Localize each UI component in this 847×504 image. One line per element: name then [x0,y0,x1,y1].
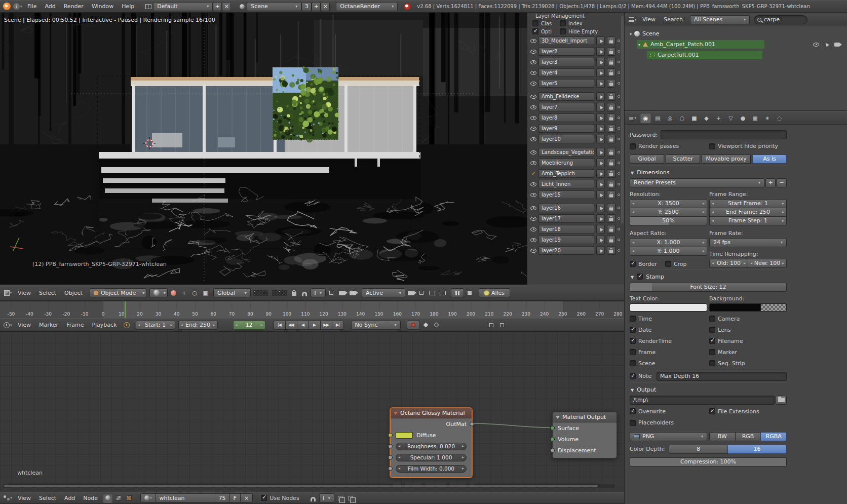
layer-name[interactable]: Landscape_Vegetation [538,148,594,157]
layer-row-layer10[interactable]: layer10 [530,135,620,143]
frame-step-field[interactable]: Frame Step: 1 [709,216,787,225]
sync-playback-icon[interactable] [487,320,496,330]
properties-tab-scene[interactable]: ◎ [665,113,675,123]
stamp-note-field[interactable]: Max Depth 16 [657,372,787,381]
layer-row-3d-modell-import[interactable]: 3D_Modell_Import [530,36,620,45]
layer-select-toggle[interactable] [596,148,605,157]
outliner-row-object[interactable]: Amb_Carpet_Patch.001 [625,39,847,50]
selected-data-row[interactable]: CarpetTuft.001 [647,51,762,59]
resolution-x-field[interactable]: X: 3500 [630,199,707,208]
layer-row-layer3[interactable]: layer3 [530,58,620,66]
add-scene-button[interactable]: + [312,2,321,11]
volume-socket[interactable] [550,437,555,442]
layer-visibility-eye-icon[interactable] [530,161,536,165]
scene-dropdown[interactable]: Scene [247,2,301,11]
layer-visibility-eye-icon[interactable] [530,95,536,99]
film-width-socket[interactable] [388,467,393,471]
layer-visibility-eye-icon[interactable] [530,39,536,43]
layer-row-layer17[interactable]: layer17 [530,214,620,223]
start-frame-prop-field[interactable]: Start Frame: 1 [709,199,787,208]
end-frame-field[interactable]: End: 250 [178,321,218,330]
layer-name[interactable]: Licht_Innen [538,180,594,188]
layer-visibility-eye-icon[interactable] [530,150,536,154]
add-screen-layout-button[interactable]: + [213,2,222,11]
layer-lock-toggle[interactable] [607,169,615,178]
menu-view[interactable]: View [14,322,35,328]
octane-camera-icon[interactable] [406,288,416,298]
layer-visibility-eye-icon[interactable] [530,105,536,109]
layer-row-layer15[interactable]: layer15 [530,190,620,199]
layer-row-layer18[interactable]: layer18 [530,225,620,234]
checkbox-box[interactable] [630,408,636,414]
layer-row-layer20[interactable]: layer20 [530,246,620,255]
composite-nodes-tab-icon[interactable] [113,493,123,503]
shader-nodes-tab-icon[interactable] [103,493,112,503]
menu-object[interactable]: Object [60,290,87,296]
layer-row-layer5[interactable]: layer5 [530,79,620,88]
layer-select-toggle[interactable] [596,236,605,244]
layer-name[interactable]: layer3 [538,58,594,66]
layer-name[interactable]: layer4 [538,68,594,77]
current-frame-field[interactable]: 12 [233,321,265,330]
layer-render-dot[interactable] [618,172,620,175]
copy-nodes-icon[interactable] [335,493,345,503]
layer-select-toggle[interactable] [596,68,605,77]
render-passes-checkbox[interactable]: Render passes [630,143,679,149]
opti-checkbox[interactable]: Opti [532,28,552,34]
octane-stop-icon[interactable] [465,288,475,298]
properties-tab-world[interactable]: ○ [677,113,687,123]
stamp-checkbox-time[interactable]: Time [630,316,707,322]
layer-panel-title[interactable]: Layer Management [535,13,620,19]
jump-to-end-button[interactable]: ▶| [332,321,344,330]
properties-tab-material[interactable]: ● [738,113,748,123]
menu-select[interactable]: Select [35,290,60,296]
layer-render-dot[interactable] [618,217,620,220]
properties-tab-texture[interactable]: ▦ [750,113,760,123]
properties-tab-data[interactable]: ▽ [725,113,736,123]
layer-render-dot[interactable] [618,61,620,63]
layer-row-layer19[interactable]: layer19 [530,236,620,244]
layer-name[interactable]: layer2 [538,47,594,56]
record-button[interactable] [407,321,420,330]
index-checkbox[interactable]: Index [560,20,583,26]
layer-render-dot[interactable] [618,127,620,130]
restrict-render-icon[interactable] [834,43,840,47]
layer-visibility-eye-icon[interactable] [530,82,536,86]
proxy-mode-buttons-as-is[interactable]: As is [752,154,787,164]
diffuse-color-swatch[interactable] [396,432,413,439]
layer-render-dot[interactable] [618,239,620,241]
proxy-mode-buttons-movable-proxy[interactable]: Movable proxy [702,154,750,164]
stamp-background-swatch[interactable] [709,303,761,312]
channels-buttons-rgba[interactable]: RGBA [760,432,787,441]
use-nodes-checkbox[interactable]: Use Nodes [261,495,299,501]
layer-active-check-icon[interactable]: ✓ [530,170,536,177]
checkbox-box[interactable] [532,28,538,34]
jump-to-next-keyframe-button[interactable]: ▶▶ [320,321,332,330]
layer-render-dot[interactable] [618,162,620,164]
checkbox-box[interactable] [709,143,715,149]
editor-type-3d-view-icon[interactable] [3,288,13,298]
octane-active-dropdown[interactable]: Active [362,288,405,297]
layer-render-dot[interactable] [618,50,620,53]
3d-viewport[interactable]: Scene | Elapsed: 00:50.52 | Interactive … [0,13,624,285]
layer-select-toggle[interactable] [596,124,605,133]
properties-tab-render-layers[interactable]: ▤ [652,113,663,123]
layer-lock-toggle[interactable] [607,148,615,157]
properties-tab-particles[interactable]: ∗ [762,113,773,123]
color-depth-buttons-8[interactable]: 8 [669,445,728,454]
snap-node-element-dropdown[interactable] [319,493,334,502]
layer-lock-toggle[interactable] [607,113,615,122]
viewport-shading-dropdown[interactable] [149,288,168,297]
editor-type-properties-icon[interactable] [628,113,637,123]
layer-select-toggle[interactable] [596,169,605,178]
menu-view[interactable]: View [14,290,35,296]
layer-name[interactable]: Amb_Teppich [538,169,594,178]
layer-select-toggle[interactable] [596,190,605,199]
layer-visibility-grid-2[interactable] [272,290,287,296]
outmat-socket[interactable] [470,422,474,427]
layer-name[interactable]: layer18 [538,225,594,234]
stamp-checkbox-seq-strip[interactable]: Seq. Strip [709,360,787,367]
menu-window[interactable]: Window [88,3,118,10]
output-node-header[interactable]: Material Output [553,412,617,422]
octane-pause-button[interactable] [451,288,464,297]
